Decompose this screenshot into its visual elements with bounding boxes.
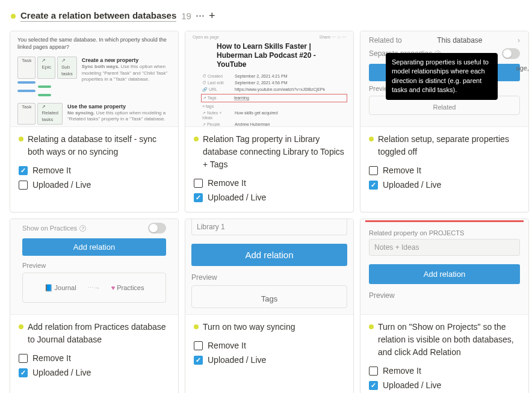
card-body: Add relation from Practices database to … [10,315,178,387]
preview-option-desc: Sync both ways. Sync both ways. Use this… [82,64,171,82]
card[interactable]: Open as page Share ⋯ ☆ ⋯ How to Learn Sk… [185,31,354,212]
property-label: Remove It [208,341,246,350]
property-remove-it: Remove It [19,163,170,178]
preview-open-link: Open as page [193,35,219,40]
property-remove-it: Remove It [369,163,520,178]
status-dot-icon [194,137,199,141]
card-preview: Related to This database › Separate prop… [360,31,528,127]
add-relation-button[interactable]: Add relation [369,264,520,284]
preview-db-right: ♥ Practices [111,284,144,291]
property-label: Remove It [383,366,421,376]
group-title[interactable]: Create a relation between databases [20,10,176,22]
more-icon[interactable] [196,15,204,17]
card-grid: You selected the same database. In which… [5,31,527,393]
property-uploaded-live: Uploaded / Live [19,178,170,192]
property-uploaded-live: Uploaded / Live [194,353,345,367]
checkbox[interactable] [19,166,28,175]
tag-pill: ↗ Epic [37,57,55,78]
add-card-button[interactable]: + [209,10,215,22]
tag-pill: Task [17,103,36,125]
preview-label: Related property on PROJECTS [369,229,520,237]
property-uploaded-live: Uploaded / Live [19,365,170,380]
card-title: Turn on "Show on Projects" so the relati… [369,321,520,359]
preview-label: Preview [22,262,166,269]
checkbox[interactable] [19,354,28,363]
property-label: Uploaded / Live [208,193,266,202]
preview-option-title: Use the same property [67,103,171,110]
checkbox[interactable] [369,166,378,175]
card[interactable]: Library 1 Add relation Preview Tags Turn… [185,218,354,393]
card-title-text: Relation Tag property in Library databas… [203,133,345,171]
property-remove-it: Remove It [369,364,520,378]
group-count: 19 [181,11,191,21]
card-preview: Show on Practices ? Add relation Preview… [10,219,178,315]
status-dot-icon [369,324,374,329]
card-title-text: Turn on two way syncing [203,321,295,333]
card-body: Relation Tag property in Library databas… [185,127,353,212]
checkbox[interactable] [194,193,203,202]
checkbox[interactable] [369,381,378,390]
preview-label: Related to [369,36,402,45]
status-dot-icon [11,14,16,19]
checkbox[interactable] [194,179,203,188]
property-label: Remove It [32,353,71,363]
card[interactable]: Show on Practices ? Add relation Preview… [10,218,179,393]
info-icon: ? [79,225,86,232]
checkbox[interactable] [369,181,378,190]
checkbox[interactable] [369,367,378,376]
card-title-text: Relation setup, separate properties togg… [378,133,520,158]
property-label: Uploaded / Live [383,180,441,190]
property-label: Remove It [208,178,246,188]
tooltip: Separating properties is useful to model… [386,53,498,100]
preview-box: Tags [191,285,347,308]
property-remove-it: Remove It [19,351,170,365]
tag-pill: Task [17,57,36,78]
card-title: Relating a database to itself - sync bot… [19,133,170,158]
preview-label: Preview [191,273,347,282]
toggle[interactable] [502,48,520,59]
preview-option-desc: No syncing. Use this option when modelin… [67,110,171,123]
tag-pill: ↗ Sub tasks [57,57,77,78]
chevron-right-icon: › [518,36,520,45]
checkbox[interactable] [194,341,203,350]
property-remove-it: Remove It [194,338,345,353]
preview-option-title: Create a new property [82,57,171,64]
preview-text: You selected the same database. In which… [17,36,171,51]
property-uploaded-live: Uploaded / Live [194,190,345,205]
preview-heading: How to Learn Skills Faster | Huberman La… [193,42,346,69]
property-label: Uploaded / Live [32,180,91,190]
status-dot-icon [369,137,374,141]
checkbox[interactable] [19,368,28,377]
arrow-right-icon: ⋯→ [87,284,101,292]
property-label: Uploaded / Live [383,380,441,390]
card[interactable]: You selected the same database. In which… [10,31,179,212]
card-body: Turn on two way syncing Remove It Upload… [185,315,353,374]
card-preview: Related property on PROJECTS Notes + Ide… [360,219,528,315]
property-label: Remove It [32,166,71,175]
card-title-text: Relating a database to itself - sync bot… [28,133,170,158]
card-preview: Library 1 Add relation Preview Tags [185,219,353,315]
preview-db-left: 📘 Journal [45,284,76,292]
toggle[interactable] [148,223,166,234]
preview-input: Notes + Ideas [369,239,520,256]
preview-input: Library 1 [191,219,347,235]
card-preview: You selected the same database. In which… [10,31,178,127]
status-dot-icon [19,324,23,329]
card-title-text: Turn on "Show on Projects" so the relati… [378,321,520,359]
preview-text-fragment: age, [516,64,528,72]
add-relation-button[interactable]: Add relation [22,238,166,256]
property-uploaded-live: Uploaded / Live [369,178,520,192]
checkbox[interactable] [19,181,28,190]
tag-pill: ↗ Related tasks [37,103,63,125]
property-label: Remove It [383,166,421,175]
card[interactable]: Related property on PROJECTS Notes + Ide… [360,218,529,393]
preview-label: Show on Practices [22,224,77,232]
card-title: Relation setup, separate properties togg… [369,133,520,158]
card-title: Relation Tag property in Library databas… [194,133,345,171]
add-relation-button[interactable]: Add relation [191,244,347,266]
card-body: Relation setup, separate properties togg… [360,127,528,199]
card-preview: Open as page Share ⋯ ☆ ⋯ How to Learn Sk… [185,31,353,127]
card-body: Turn on "Show on Projects" so the relati… [360,315,528,393]
card[interactable]: Related to This database › Separate prop… [360,31,529,212]
checkbox[interactable] [194,356,203,365]
